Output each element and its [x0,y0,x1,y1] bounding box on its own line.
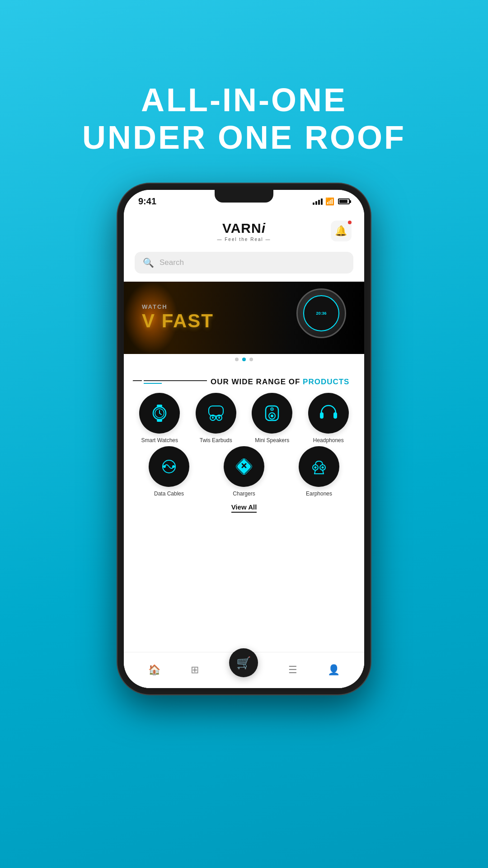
status-time: 9:41 [138,196,156,207]
headphones-label: Headphones [313,437,344,443]
notification-button[interactable]: 🔔 [331,221,352,241]
svg-point-21 [163,465,166,468]
banner-section: WATCH V FAST 20:36 [124,282,364,369]
search-input[interactable]: Search [160,258,184,267]
svg-rect-6 [209,406,223,416]
carousel-dot-2[interactable] [242,358,246,361]
section-decoration [133,380,207,384]
chargers-label: Chargers [233,491,255,497]
search-icon: 🔍 [143,257,154,268]
category-item-mini-speakers[interactable]: Mini Speakers [247,393,297,443]
wifi-icon: 📶 [325,197,334,206]
twis-earbuds-icon-circle [196,393,236,434]
search-bar[interactable]: 🔍 Search [135,252,353,274]
category-item-smart-watches[interactable]: Smart Watches [135,393,184,443]
earbuds-icon [205,402,227,424]
watch-icon [149,402,170,424]
svg-point-10 [218,417,220,419]
headphones-icon-circle [308,393,349,434]
svg-point-32 [322,466,324,468]
phone-screen: 9:41 📶 VARNi [124,190,364,688]
smart-watches-icon-circle [139,393,180,434]
nav-home[interactable]: 🏠 [148,664,160,676]
nav-grid[interactable]: ⊞ [191,664,199,676]
earphones-label: Earphones [306,491,332,497]
speaker-icon [261,402,283,424]
signal-icon [313,198,323,205]
section-heading: OUR WIDE RANGE OF PRODUCTS [211,377,349,387]
phone-mockup: 9:41 📶 VARNi [117,184,371,694]
category-item-chargers[interactable]: Chargers [219,446,269,497]
section-heading-plain: OUR WIDE RANGE OF [211,377,303,386]
cable-icon [158,456,180,477]
nav-list[interactable]: ☰ [288,664,297,676]
category-item-data-cables[interactable]: Data Cables [144,446,194,497]
category-grid: Smart Watches [133,393,355,497]
battery-icon [338,198,350,204]
carousel-dot-3[interactable] [249,358,253,361]
promo-banner[interactable]: WATCH V FAST 20:36 [124,282,364,354]
logo-tagline: — Feel the Real — [217,237,271,242]
deco-short-line [144,383,162,384]
nav-cart-button[interactable]: 🛒 [229,648,258,677]
data-cables-icon-circle [149,446,189,487]
svg-line-34 [323,470,324,474]
products-section: OUR WIDE RANGE OF PRODUCTS [124,369,364,652]
svg-line-33 [314,470,315,474]
logo-area: VARNi — Feel the Real — [217,221,271,242]
smart-watches-label: Smart Watches [141,437,178,443]
svg-point-9 [212,417,214,419]
status-icons: 📶 [313,197,350,206]
app-content: VARNi — Feel the Real — 🔔 🔍 Search [124,213,364,688]
headline-line2: UNDER ONE ROOF [82,119,406,156]
category-item-earphones[interactable]: Earphones [294,446,344,497]
section-title: OUR WIDE RANGE OF PRODUCTS [133,377,355,387]
bell-icon: 🔔 [335,225,347,237]
headline: ALL-IN-ONE UNDER ONE ROOF [82,41,406,156]
banner-main-text: V FAST [142,310,214,332]
logo-text: VARNi [222,221,266,236]
svg-point-15 [271,415,273,417]
list-icon: ☰ [288,664,297,676]
twis-earbuds-label: Twis Earbuds [200,437,232,443]
svg-point-22 [172,465,175,468]
grid-icon: ⊞ [191,664,199,676]
banner-watch-image: 20:36 [296,288,355,347]
logo-italic: i [262,221,266,236]
banner-sub-text: WATCH [142,303,214,310]
chargers-icon-circle [224,446,264,487]
headline-line1: ALL-IN-ONE [82,81,406,119]
category-item-headphones[interactable]: Headphones [304,393,353,443]
phone-notch [215,190,273,203]
view-all-button[interactable]: View All [231,503,257,513]
headphones-icon [318,402,339,424]
banner-text: WATCH V FAST [124,303,214,332]
data-cables-label: Data Cables [154,491,184,497]
nav-user[interactable]: 👤 [328,664,340,676]
svg-point-31 [314,466,317,468]
category-item-twis-earbuds[interactable]: Twis Earbuds [191,393,241,443]
bottom-nav: 🏠 ⊞ 🛒 ☰ 👤 [124,652,364,688]
app-header: VARNi — Feel the Real — 🔔 [124,213,364,247]
search-section: 🔍 Search [124,247,364,282]
deco-long-line [144,380,207,381]
svg-rect-18 [320,412,324,419]
section-heading-accent: PRODUCTS [303,377,349,386]
svg-point-17 [272,408,272,409]
svg-rect-19 [333,412,337,419]
cart-icon: 🛒 [236,656,251,670]
mini-speakers-icon-circle [252,393,292,434]
home-icon: 🏠 [148,664,160,676]
svg-line-5 [160,413,161,415]
carousel-dot-1[interactable] [235,358,239,361]
charger-icon [233,456,255,477]
view-all-section: View All [133,497,355,516]
mini-speakers-label: Mini Speakers [255,437,289,443]
user-icon: 👤 [328,664,340,676]
carousel-dots [124,354,364,363]
earphones-icon [308,456,330,477]
earphones-icon-circle [299,446,339,487]
watch-time: 20:36 [316,311,326,316]
deco-slash [132,380,142,381]
